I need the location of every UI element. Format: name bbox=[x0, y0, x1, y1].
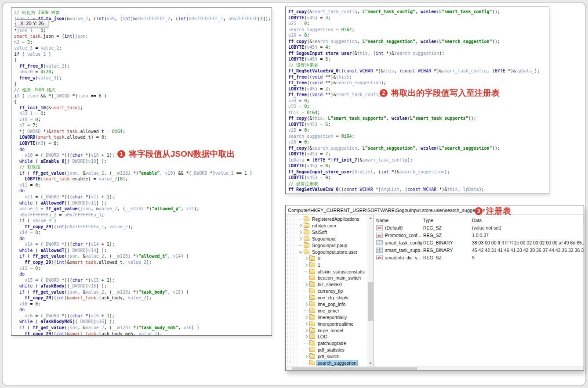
registry-value-row[interactable]: 110011smart_task_configREG_BINARY38 03 0… bbox=[374, 239, 584, 246]
code-line: ff_free((void **)&search_suggestion); bbox=[288, 80, 549, 86]
value-name-cell: ab(Default) bbox=[374, 225, 423, 230]
tree-item-rohitab.com[interactable]: rohitab.com bbox=[286, 223, 367, 229]
tree-item-label: ime_qimei bbox=[317, 308, 340, 313]
value-name-cell: abPromotion_conf... bbox=[374, 233, 423, 238]
chevron-down-icon[interactable] bbox=[298, 250, 303, 254]
code-line: value_3 = value_2; bbox=[14, 45, 272, 51]
code-line: if ( json && *(_DWORD *)json == 6 ) bbox=[14, 93, 272, 99]
column-header-type[interactable]: Type bbox=[423, 216, 472, 224]
chevron-right-icon[interactable] bbox=[304, 323, 309, 325]
code-line: ff_copy(&search_suggestion, L"search_sug… bbox=[288, 145, 549, 151]
chevron-right-icon[interactable] bbox=[304, 264, 309, 266]
tree-item-1[interactable]: 1 bbox=[286, 262, 367, 268]
column-header-name[interactable]: Name bbox=[374, 216, 423, 224]
registry-value-row[interactable]: abPromotion_conf...REG_SZ1.0.0.37 bbox=[374, 231, 584, 239]
tree-item-label: SogouInput.ppup bbox=[311, 243, 348, 248]
code-line: v11 = (_DWORD *)((char *)v11 + 1); bbox=[14, 194, 272, 200]
tree-item-pdf_switch[interactable]: pdf_switch bbox=[286, 353, 367, 360]
chevron-right-icon[interactable] bbox=[304, 329, 309, 332]
scrollbar-thumb[interactable] bbox=[368, 282, 373, 321]
code-line: *json_1 = 0; bbox=[14, 28, 272, 34]
folder-icon bbox=[309, 361, 315, 365]
annotation-3-badge: 3 bbox=[475, 207, 483, 215]
tree-item-label: pdf_switch bbox=[317, 354, 341, 359]
tree-item-allskin_statusiconstatis[interactable]: allskin_statusiconstatis bbox=[286, 268, 367, 275]
code-line: while ( aTaskBody[(_DWORD)v15] ); bbox=[14, 283, 272, 289]
tree-item-SogouInput[interactable]: SogouInput bbox=[286, 236, 367, 242]
code-line: do bbox=[14, 307, 272, 313]
registry-value-row[interactable]: ab(Default)REG_SZ(value not set) bbox=[374, 224, 584, 231]
chevron-right-icon[interactable] bbox=[298, 231, 303, 234]
tree-item-search_suggestion[interactable]: search_suggestion bbox=[286, 360, 367, 366]
values-header-row: Name Type Data bbox=[374, 216, 584, 224]
tree-item-label: allskin_statusiconstatis bbox=[317, 269, 366, 274]
code-line: lpData = (BYTE *)ff_init_7(&smart_task_c… bbox=[288, 157, 549, 163]
tree-item-biz_shellext[interactable]: biz_shellext bbox=[286, 281, 367, 288]
tree-vertical-scrollbar[interactable] bbox=[367, 215, 374, 366]
tree-item-label: rohitab.com bbox=[311, 223, 337, 228]
code-line: v26 = 0; bbox=[288, 139, 549, 145]
code-line: jso bbox=[14, 22, 272, 28]
values-rows: ab(Default)REG_SZ(value not set)abPromot… bbox=[374, 224, 584, 261]
tree-leaf-dash bbox=[304, 298, 309, 298]
scrollbar-down-arrow-icon[interactable] bbox=[369, 363, 372, 364]
tree-item-RegisteredApplications[interactable]: RegisteredApplications bbox=[286, 216, 367, 223]
chevron-right-icon[interactable] bbox=[304, 335, 309, 338]
tree-item-ime_cfg_shiply[interactable]: ime_cfg_shiply bbox=[286, 295, 367, 301]
chevron-right-icon[interactable] bbox=[304, 355, 309, 358]
code-line: n32_1 = 0; bbox=[14, 111, 272, 117]
tree-item-pdf_statistics[interactable]: pdf_statistics bbox=[286, 347, 367, 353]
tree-item-imereportrealtime[interactable]: imereportrealtime bbox=[286, 320, 367, 327]
code-line: value_4 = ff_get_value(json, &value_2, (… bbox=[14, 206, 272, 212]
tree-item-label: LOG bbox=[317, 334, 328, 339]
registry-value-row[interactable]: absmartinfo_dic_v...REG_SZ9 bbox=[374, 254, 584, 261]
chevron-right-icon[interactable] bbox=[304, 257, 309, 260]
tree-item-ime_qimei[interactable]: ime_qimei bbox=[286, 307, 367, 314]
chevron-right-icon[interactable] bbox=[298, 237, 303, 240]
value-name: (Default) bbox=[385, 225, 403, 230]
code-line: do bbox=[14, 271, 272, 277]
tree-item-LOG[interactable]: LOG bbox=[286, 334, 367, 340]
code-line: // 获取值 bbox=[14, 164, 272, 170]
code-line: // 设置注册表 bbox=[288, 62, 549, 68]
scrollbar-up-arrow-icon[interactable] bbox=[369, 217, 372, 219]
code-line: v15 = 0; bbox=[14, 266, 272, 272]
tree-item-ime_pop_info[interactable]: ime_pop_info bbox=[286, 301, 367, 308]
chevron-right-icon[interactable] bbox=[304, 283, 309, 286]
tree-item-currency_tip[interactable]: currency_tip bbox=[286, 288, 367, 295]
tree-item-SogouInput.ppup[interactable]: SogouInput.ppup bbox=[286, 242, 367, 249]
code-line: { bbox=[14, 57, 272, 63]
tree-item-SogouInput.store.user[interactable]: SogouInput.store.user bbox=[286, 248, 367, 255]
value-type: REG_SZ bbox=[423, 233, 472, 238]
tree-item-label: currency_tip bbox=[317, 288, 344, 294]
chevron-right-icon[interactable] bbox=[304, 303, 309, 305]
annotation-2-badge: 2 bbox=[380, 89, 388, 97]
tree-item-SalSoft[interactable]: SalSoft bbox=[286, 229, 367, 236]
registry-address-bar[interactable]: Computer\HKEY_CURRENT_USER\SOFTWARE\Sogo… bbox=[286, 205, 584, 215]
folder-icon bbox=[304, 237, 309, 241]
code-line: ff_SogouInput_store_user(&this, (int *)&… bbox=[288, 50, 549, 57]
code-line: if ( value_4 ) bbox=[14, 218, 272, 224]
value-data: 45 42 42 31 41 46 41 33 42 30 36 37 44 4… bbox=[472, 248, 584, 253]
tree-item-patchupgrade[interactable]: patchupgrade bbox=[286, 340, 367, 347]
tree-item-label: RegisteredApplications bbox=[311, 216, 360, 222]
binary-value-icon: 110011 bbox=[376, 248, 383, 253]
column-header-data[interactable]: Data bbox=[472, 216, 584, 224]
tree-item-imereportdaily[interactable]: imereportdaily bbox=[286, 314, 367, 320]
code-line: smart_task.json = (int)json; bbox=[14, 33, 272, 40]
registry-value-row[interactable]: 110011smart_task_supp...REG_BINARY45 42 … bbox=[374, 246, 584, 254]
code-line: // 检测 JSON 格式 bbox=[14, 87, 272, 93]
folder-icon bbox=[309, 309, 315, 313]
registry-horizontal-scrollbar[interactable] bbox=[286, 366, 584, 370]
chevron-right-icon[interactable] bbox=[298, 224, 303, 227]
scrollbar-thumb[interactable] bbox=[292, 367, 417, 370]
tree-item-beacon_main_switch[interactable]: beacon_main_switch bbox=[286, 275, 367, 281]
annotation-1-badge: 1 bbox=[117, 150, 125, 158]
code-line: ff_init_10(&smart_task); bbox=[14, 105, 272, 111]
tree-item-label: search_suggestion bbox=[317, 360, 357, 366]
tree-item-label: SogouInput bbox=[311, 236, 337, 241]
code-line: v25 = 0; bbox=[288, 127, 549, 133]
tree-item-0[interactable]: 0 bbox=[286, 255, 367, 262]
tree-item-large_model[interactable]: large_model bbox=[286, 327, 367, 334]
chevron-right-icon[interactable] bbox=[304, 316, 309, 319]
